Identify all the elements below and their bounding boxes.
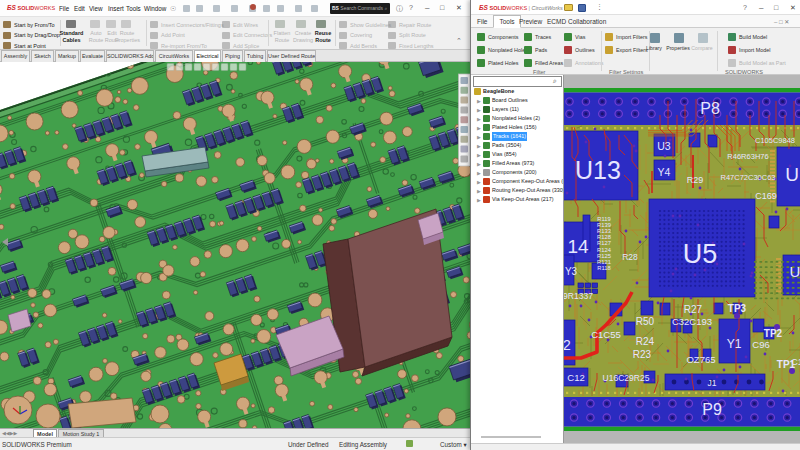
svg-text:R29: R29 [687, 175, 704, 185]
svg-text:U5: U5 [683, 239, 718, 269]
svg-text:Y4: Y4 [658, 166, 671, 178]
svg-text:R124: R124 [597, 247, 612, 253]
svg-text:Y3: Y3 [565, 266, 578, 277]
svg-text:U: U [790, 263, 800, 280]
svg-text:R121: R121 [597, 259, 611, 265]
svg-text:14: 14 [567, 236, 589, 257]
svg-text:R28: R28 [622, 252, 638, 262]
svg-text:Y1: Y1 [727, 337, 742, 351]
svg-text:R50: R50 [636, 316, 655, 327]
svg-text:R118: R118 [597, 265, 610, 271]
svg-text:R125: R125 [597, 253, 611, 259]
svg-text:U16C29R25: U16C29R25 [603, 373, 650, 383]
svg-text:C12: C12 [567, 372, 584, 383]
svg-text:2: 2 [564, 337, 571, 353]
svg-text:J1: J1 [708, 378, 717, 388]
svg-text:R128: R128 [597, 234, 611, 240]
svg-text:OZ765: OZ765 [686, 354, 715, 365]
svg-text:R133: R133 [597, 228, 611, 234]
svg-text:TP2: TP2 [764, 328, 783, 339]
svg-text:R119: R119 [597, 216, 610, 222]
svg-text:R46R63H76: R46R63H76 [727, 152, 768, 161]
svg-text:C96: C96 [752, 339, 769, 350]
svg-text:U13: U13 [575, 156, 621, 184]
svg-text:R127: R127 [597, 240, 611, 246]
svg-text:P9: P9 [702, 401, 722, 418]
svg-text:TP3: TP3 [728, 303, 747, 314]
svg-text:U: U [785, 164, 799, 185]
svg-text:R23: R23 [633, 349, 652, 360]
svg-text:U3: U3 [657, 140, 671, 152]
svg-text:C105C9848: C105C9848 [755, 136, 795, 145]
svg-text:P8: P8 [700, 100, 720, 117]
svg-text:R27: R27 [684, 304, 703, 315]
svg-text:C1C55: C1C55 [591, 329, 621, 340]
svg-text:9R1337: 9R1337 [564, 291, 593, 301]
svg-text:C32C193: C32C193 [672, 316, 712, 327]
svg-text:R47C72C30C63: R47C72C30C63 [720, 173, 775, 182]
svg-text:R139: R139 [597, 222, 611, 228]
svg-text:C1: C1 [791, 357, 800, 367]
svg-text:C169: C169 [755, 191, 777, 201]
svg-text:R24: R24 [636, 336, 655, 347]
